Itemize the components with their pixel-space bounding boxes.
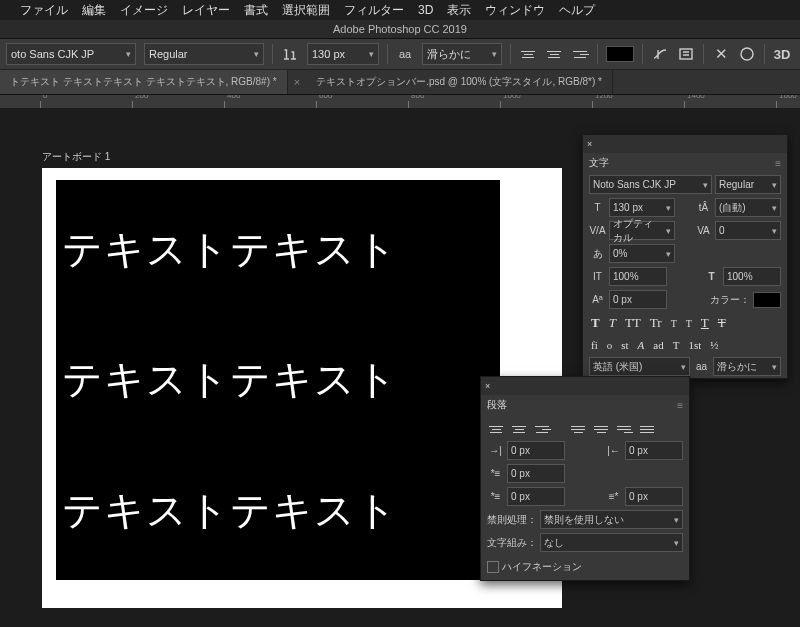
menu-help[interactable]: ヘルプ [559, 2, 595, 19]
char-color-swatch[interactable] [753, 292, 781, 308]
menu-type[interactable]: 書式 [244, 2, 268, 19]
anti-alias-value: 滑らかに [427, 47, 471, 62]
char-leading[interactable]: (自動)▾ [715, 198, 781, 217]
tab-close-icon[interactable]: × [288, 76, 306, 88]
menu-image[interactable]: イメージ [120, 2, 168, 19]
all-caps[interactable]: TT [625, 315, 641, 331]
char-tracking[interactable]: 0▾ [715, 221, 781, 240]
text-color-swatch[interactable] [606, 46, 634, 62]
para-justify-right[interactable] [615, 421, 633, 437]
char-kerning[interactable]: オプティカル▾ [609, 221, 675, 240]
char-font-family[interactable]: Noto Sans CJK JP▾ [589, 175, 712, 194]
font-family-select[interactable]: oto Sans CJK JP▾ [6, 43, 136, 65]
subscript[interactable]: T [686, 318, 692, 329]
align-left-button[interactable] [519, 46, 537, 62]
commit-icon[interactable] [738, 45, 756, 63]
panel-header[interactable]: × [481, 377, 689, 395]
paragraph-panel: × 段落 ≡ →| 0 px |← 0 px *≡ 0 px *≡ 0 px ≡… [480, 376, 690, 581]
char-size[interactable]: 130 px▾ [609, 198, 675, 217]
value: 0 px [511, 491, 530, 502]
options-bar: oto Sans CJK JP▾ Regular▾ 130 px▾ aa 滑らか… [0, 39, 800, 70]
menu-3d[interactable]: 3D [418, 3, 433, 17]
separator [272, 44, 273, 64]
3d-button[interactable]: 3D [773, 45, 791, 63]
warp-text-icon[interactable] [651, 45, 669, 63]
menu-view[interactable]: 表示 [447, 2, 471, 19]
char-font-style[interactable]: Regular▾ [715, 175, 781, 194]
small-caps[interactable]: Tr [650, 315, 662, 331]
menu-edit[interactable]: 編集 [82, 2, 106, 19]
ot-contextual[interactable]: o [607, 339, 613, 351]
menu-filter[interactable]: フィルター [344, 2, 404, 19]
ruler-tick: 1000 [503, 95, 521, 100]
faux-italic[interactable]: T [609, 315, 616, 331]
artboard-label[interactable]: アートボード 1 [42, 150, 110, 164]
faux-bold[interactable]: T [591, 315, 600, 331]
chevron-down-icon: ▾ [254, 49, 259, 59]
para-justify-left[interactable] [569, 421, 587, 437]
hyphenation-checkbox[interactable] [487, 561, 499, 573]
text-layer[interactable]: テキストテキスト テキストテキスト テキストテキスト [56, 180, 500, 580]
anti-alias-select[interactable]: 滑らかに▾ [422, 43, 502, 65]
ot-ligatures[interactable]: fi [591, 339, 598, 351]
cancel-icon[interactable]: ✕ [712, 45, 730, 63]
font-size-select[interactable]: 130 px▾ [307, 43, 379, 65]
panel-tab-paragraph[interactable]: 段落 [487, 398, 507, 412]
ot-discretionary[interactable]: st [621, 339, 628, 351]
hscale-icon: T [703, 268, 720, 285]
align-center-button[interactable] [545, 46, 563, 62]
ot-ordinals[interactable]: 1st [688, 339, 701, 351]
value: 100% [727, 271, 753, 282]
kinsoku-select[interactable]: 禁則を使用しない▾ [540, 510, 683, 529]
char-vscale[interactable]: 100% [609, 267, 667, 286]
font-style-select[interactable]: Regular▾ [144, 43, 264, 65]
underline[interactable]: T [701, 315, 709, 331]
close-icon[interactable]: × [587, 139, 592, 149]
menu-select[interactable]: 選択範囲 [282, 2, 330, 19]
char-baseline[interactable]: 0 px [609, 290, 667, 309]
panel-menu-icon[interactable]: ≡ [677, 400, 683, 411]
strikethrough[interactable]: T [718, 315, 726, 331]
para-justify-center[interactable] [592, 421, 610, 437]
ot-swash[interactable]: A [638, 339, 645, 351]
close-icon[interactable]: × [485, 381, 490, 391]
superscript[interactable]: T [671, 318, 677, 329]
indent-first[interactable]: 0 px [507, 464, 565, 483]
ot-titling[interactable]: T [673, 339, 680, 351]
align-right-button[interactable] [571, 46, 589, 62]
indent-left[interactable]: 0 px [507, 441, 565, 460]
para-align-center[interactable] [510, 421, 528, 437]
document-tab[interactable]: トテキスト テキストテキスト テキストテキスト, RGB/8#) * [0, 70, 288, 94]
menu-layer[interactable]: レイヤー [182, 2, 230, 19]
char-language[interactable]: 英語 (米国)▾ [589, 357, 690, 376]
value: 0 px [511, 445, 530, 456]
para-align-left[interactable] [487, 421, 505, 437]
indent-right[interactable]: 0 px [625, 441, 683, 460]
char-tsume[interactable]: 0%▾ [609, 244, 675, 263]
separator [642, 44, 643, 64]
tracking-icon: VA [695, 222, 712, 239]
ot-fractions[interactable]: ½ [710, 339, 718, 351]
space-after[interactable]: 0 px [625, 487, 683, 506]
para-justify-all[interactable] [638, 421, 656, 437]
ruler-tick: 400 [227, 95, 240, 100]
tab-label: トテキスト テキストテキスト テキストテキスト, RGB/8#) * [10, 75, 277, 89]
mojikumi-select[interactable]: なし▾ [540, 533, 683, 552]
char-hscale[interactable]: 100% [723, 267, 781, 286]
char-anti-alias[interactable]: 滑らかに▾ [713, 357, 781, 376]
menu-file[interactable]: ファイル [20, 2, 68, 19]
panel-tab-row: 段落 ≡ [481, 395, 689, 415]
panel-header[interactable]: × [583, 135, 787, 153]
ot-stylistic[interactable]: ad [653, 339, 663, 351]
space-before[interactable]: 0 px [507, 487, 565, 506]
para-align-right[interactable] [533, 421, 551, 437]
document-tab[interactable]: テキストオプションバー.psd @ 100% (文字スタイル, RGB/8*) … [306, 70, 613, 94]
space-after-icon: ≡* [605, 488, 622, 505]
character-panel-icon[interactable] [677, 45, 695, 63]
panel-tab-character[interactable]: 文字 [589, 156, 609, 170]
value: 0 [719, 225, 725, 236]
anti-alias-icon: aa [693, 358, 710, 375]
panel-menu-icon[interactable]: ≡ [775, 158, 781, 169]
ruler-tick: 0 [43, 95, 47, 100]
menu-window[interactable]: ウィンドウ [485, 2, 545, 19]
